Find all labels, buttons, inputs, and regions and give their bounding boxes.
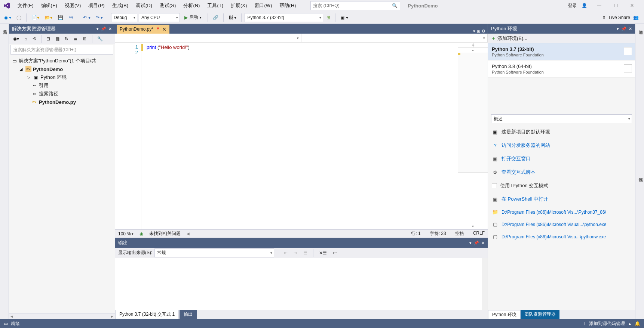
menu-project[interactable]: 项目(P) (85, 1, 108, 10)
tree-references-node[interactable]: ▪▪ 引用 (9, 81, 115, 90)
clear-button[interactable]: ✕☰ (317, 248, 329, 257)
tree-project-node[interactable]: ◢ PY PythonDemo (9, 65, 115, 73)
maximize-button[interactable]: ☐ (608, 1, 623, 10)
open-button[interactable]: 📂▾ (43, 13, 54, 22)
nav-back-button[interactable]: ◉ ▾ (2, 13, 13, 22)
panel-pin-icon[interactable]: 📌 (474, 241, 479, 245)
nav-member-combo[interactable] (301, 34, 488, 42)
sln-filter-button[interactable]: ≣ (72, 35, 79, 43)
env-path1-link[interactable]: 📁 D:\Program Files (x86)\Microsoft Vis..… (492, 209, 631, 215)
scrollbar[interactable] (482, 258, 488, 310)
menu-extensions[interactable]: 扩展(X) (227, 1, 250, 10)
menu-tools[interactable]: 工具(T) (204, 1, 227, 10)
env-path2-link[interactable]: ▢ D:\Program Files (x86)\Microsoft Visua… (492, 222, 631, 227)
env-ipython-check[interactable]: 使用 IPython 交互模式 (492, 182, 631, 189)
env-item-38[interactable]: Python 3.8 (64-bit) Python Software Foun… (488, 61, 635, 78)
output-tab[interactable]: 输出 (180, 310, 197, 319)
dropdown-icon[interactable]: ▴ (629, 321, 631, 326)
panel-dropdown-icon[interactable]: ▾ (469, 241, 472, 245)
collab-icon[interactable]: 👥 (633, 15, 639, 20)
liveshare-button[interactable]: Live Share (609, 15, 630, 20)
env-interactive-link[interactable]: ▣ 打开交互窗口 (492, 155, 631, 162)
split-handle[interactable]: ┿ (458, 43, 488, 48)
sln-collapse-button[interactable]: ⊟ (45, 35, 52, 43)
add-env-button[interactable]: ＋ 添加环境(E)... (488, 34, 635, 43)
expand-icon[interactable]: ▷ (25, 74, 31, 80)
solution-search-input[interactable]: 搜索解决方案资源管理器(Ctrl+;) (10, 45, 113, 55)
interactive-tab[interactable]: Python 3.7 (32-bit) 交互式 1 (115, 310, 179, 319)
cursor-line[interactable]: 行: 1 (411, 230, 420, 237)
minimap[interactable] (458, 53, 488, 173)
env-powershell-link[interactable]: ▣ 在 PowerShell 中打开 (492, 196, 631, 202)
zoom-dropdown-icon[interactable]: ▾ (132, 232, 134, 236)
zoom-level[interactable]: 100 % (118, 231, 131, 236)
scroll-down-icon[interactable]: ▾ (458, 224, 488, 229)
document-tab[interactable]: PythonDemo.py* 📍 ✕ (117, 25, 169, 34)
tab-split-icon[interactable]: ⊞ (477, 29, 480, 34)
user-icon[interactable]: 👤 (582, 3, 587, 8)
new-item-button[interactable]: 📄▾ (30, 13, 41, 22)
expand-icon[interactable]: ◢ (18, 66, 24, 72)
env-settings-button[interactable]: ⊞ (325, 13, 332, 22)
env-scripts-link[interactable]: ⚙ 查看交互式脚本 (492, 169, 631, 176)
panel-close-icon[interactable]: ✕ (108, 27, 112, 31)
env-path3-link[interactable]: ▢ D:\Program Files (x86)\Microsoft Visu.… (492, 234, 631, 239)
source-control-button[interactable]: 添加到源代码管理 (589, 321, 625, 327)
nav-scope-combo[interactable] (115, 34, 301, 42)
undo-button[interactable]: ↶ ▾ (81, 13, 92, 22)
tab-settings-icon[interactable]: ⚙ (482, 29, 485, 34)
properties-tab[interactable]: 属性 (635, 171, 644, 177)
scroll-right-icon[interactable]: ▶ (111, 315, 113, 318)
notifications-icon[interactable]: 🔔 (635, 321, 640, 326)
panel-dropdown-icon[interactable]: ▾ (96, 27, 99, 31)
scroll-left-icon[interactable]: ◀ (187, 232, 190, 236)
wrap-button[interactable]: ↩ (331, 248, 338, 257)
cursor-col[interactable]: 字符: 23 (430, 230, 446, 237)
sln-refresh-button[interactable]: ↻ (63, 35, 70, 43)
code-editor[interactable]: 1 2 print ("Hello world!") ┿ ▴ ▾ (115, 43, 488, 229)
notifications-tab[interactable]: 通知 (635, 24, 644, 171)
close-button[interactable]: ✕ (625, 1, 640, 10)
env-item-37[interactable]: Python 3.7 (32-bit) Python Software Foun… (488, 43, 635, 61)
python-env-combo[interactable]: Python 3.7 (32-bit) (245, 13, 323, 22)
code-content[interactable]: print ("Hello world!") (141, 43, 458, 229)
env-website-link[interactable]: ? 访问分发服务器的网站 (492, 142, 631, 149)
layout-button[interactable]: ▣ ▾ (338, 13, 350, 22)
sln-sync-button[interactable]: ⟲ (31, 35, 38, 43)
sln-back-button[interactable]: ◉▾ (11, 35, 21, 43)
close-icon[interactable]: ✕ (162, 27, 166, 32)
eol-mode[interactable]: CRLF (473, 230, 485, 237)
screenshot-button[interactable]: 🖼 ▾ (227, 13, 238, 22)
env-view-combo[interactable]: 概述 (491, 114, 632, 123)
panel-close-icon[interactable]: ✕ (481, 241, 485, 245)
panel-dropdown-icon[interactable]: ▾ (617, 27, 619, 31)
redo-button[interactable]: ↷ ▾ (94, 13, 105, 22)
sln-home-button[interactable]: ⌂ (22, 35, 29, 43)
pin-icon[interactable]: 📍 (156, 27, 160, 31)
tree-solution-node[interactable]: 🗃 解决方案"PythonDemo"(1 个项目/共 (9, 57, 115, 65)
sln-properties-button[interactable]: 🔧 (95, 35, 105, 43)
menu-test[interactable]: 测试(S) (156, 1, 179, 10)
tree-file-node[interactable]: PY PythonDemo.py (9, 98, 115, 106)
menu-edit[interactable]: 编辑(E) (38, 1, 61, 10)
toolbox-tab[interactable]: 工具箱 (0, 24, 9, 319)
scroll-left-icon[interactable]: ◀ (10, 315, 13, 318)
tree-env-node[interactable]: ▷ ▣ Python 环境 (9, 73, 115, 81)
panel-pin-icon[interactable]: 📌 (621, 27, 626, 31)
issues-label[interactable]: 未找到相关问题 (149, 230, 181, 237)
indent-button[interactable]: ☰ (301, 248, 309, 257)
menu-view[interactable]: 视图(V) (61, 1, 84, 10)
tree-paths-node[interactable]: ▪▪ 搜索路径 (9, 90, 115, 98)
indent-mode[interactable]: 空格 (455, 230, 464, 237)
output-body[interactable] (115, 258, 488, 310)
login-link[interactable]: 登录 (568, 3, 577, 9)
nav-fwd-button[interactable]: ◯ (15, 13, 23, 22)
output-source-combo[interactable]: 常规 (154, 248, 274, 257)
tab-dropdown-icon[interactable]: ▾ (473, 29, 475, 34)
checkbox[interactable] (492, 183, 497, 188)
global-search-input[interactable]: 搜索 (Ctrl+Q) 🔍 (310, 1, 400, 10)
start-debug-button[interactable]: ▶ 启动 ▾ (181, 13, 205, 22)
config-combo[interactable]: Debug (111, 13, 137, 22)
collapse-icon[interactable]: ▴ (458, 48, 488, 53)
save-all-button[interactable]: 🗃 (67, 13, 75, 22)
